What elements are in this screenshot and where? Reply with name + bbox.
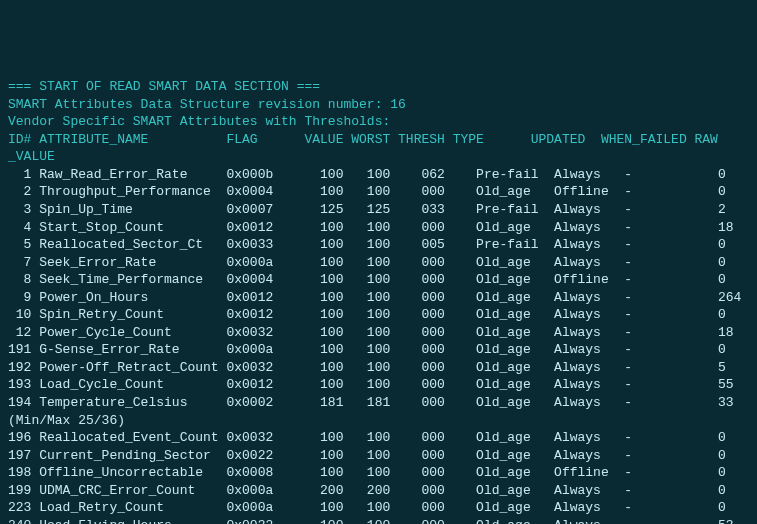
section-title: === START OF READ SMART DATA SECTION === — [8, 79, 320, 94]
column-header: ID# ATTRIBUTE_NAME FLAG VALUE WORST THRE… — [8, 132, 718, 147]
smart-table-body: 1 Raw_Read_Error_Rate 0x000b 100 100 062… — [8, 166, 749, 524]
vendor-line: Vendor Specific SMART Attributes with Th… — [8, 114, 390, 129]
column-header-cont: _VALUE — [8, 149, 55, 164]
revision-line: SMART Attributes Data Structure revision… — [8, 97, 406, 112]
